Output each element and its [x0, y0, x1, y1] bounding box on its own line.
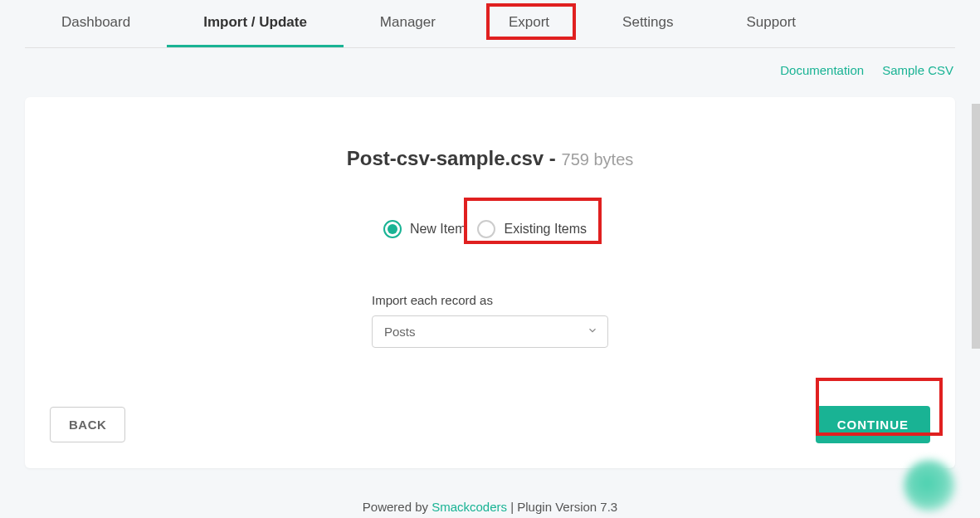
footer-brand-link[interactable]: Smackcoders: [431, 500, 507, 514]
form-section: Import each record as Posts: [372, 293, 608, 348]
file-name: Post-csv-sample.csv: [347, 147, 544, 169]
tab-manager[interactable]: Manager: [344, 0, 472, 47]
footer-prefix: Powered by: [363, 500, 431, 514]
sample-csv-link[interactable]: Sample CSV: [882, 63, 953, 77]
radio-existing-label: Existing Items: [504, 222, 587, 237]
radio-unselected-icon: [477, 220, 495, 238]
back-button[interactable]: BACK: [50, 407, 125, 442]
chat-bubble-icon[interactable]: [904, 460, 955, 511]
tab-import-update[interactable]: Import / Update: [167, 0, 344, 47]
tab-dashboard[interactable]: Dashboard: [25, 0, 167, 47]
record-type-select-wrap: Posts: [372, 315, 608, 348]
page-footer: Powered by Smackcoders | Plugin Version …: [25, 500, 955, 514]
footer-suffix: | Plugin Version 7.3: [507, 500, 617, 514]
radio-existing-items[interactable]: Existing Items: [474, 215, 597, 243]
import-card: Post-csv-sample.csv - 759 bytes New Item…: [25, 97, 955, 468]
import-label: Import each record as: [372, 293, 608, 307]
card-footer: BACK CONTINUE: [50, 406, 930, 443]
file-sep: -: [544, 147, 561, 169]
tab-export[interactable]: Export: [472, 0, 586, 47]
file-size: 759 bytes: [562, 150, 634, 169]
radio-group: New Item Existing Items: [50, 215, 930, 243]
tab-settings[interactable]: Settings: [586, 0, 709, 47]
radio-selected-icon: [383, 220, 402, 238]
radio-new-item[interactable]: New Item: [383, 220, 466, 238]
documentation-link[interactable]: Documentation: [780, 63, 864, 77]
continue-button[interactable]: CONTINUE: [816, 406, 930, 443]
top-links: Documentation Sample CSV: [25, 48, 955, 77]
file-title: Post-csv-sample.csv - 759 bytes: [50, 147, 930, 170]
record-type-select[interactable]: Posts: [372, 315, 608, 348]
scrollbar[interactable]: [972, 104, 980, 349]
nav-tabs: Dashboard Import / Update Manager Export…: [25, 0, 955, 48]
tab-support[interactable]: Support: [710, 0, 833, 47]
radio-new-label: New Item: [410, 222, 466, 237]
